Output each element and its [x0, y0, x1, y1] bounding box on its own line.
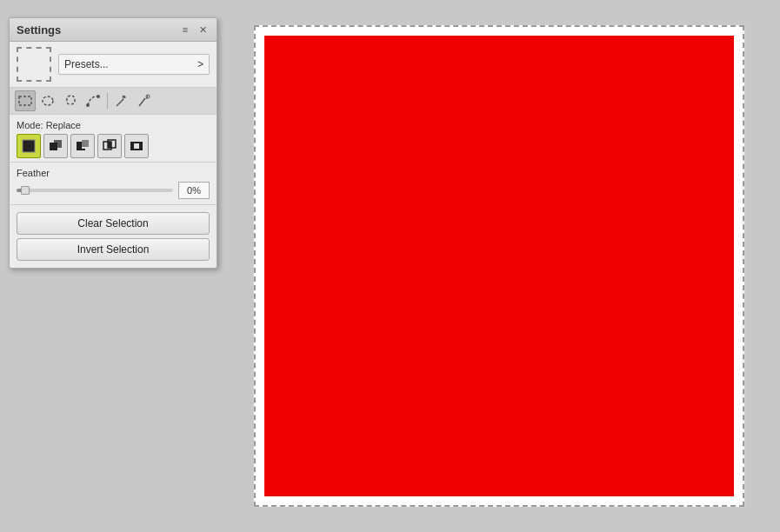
feather-controls: 0% — [17, 182, 210, 199]
subtool-path[interactable] — [83, 90, 103, 111]
svg-rect-12 — [23, 140, 35, 152]
presets-label: Presets... — [64, 58, 109, 70]
feather-label: Feather — [17, 168, 210, 178]
svg-rect-17 — [82, 140, 89, 147]
svg-line-9 — [139, 98, 145, 106]
canvas-area — [217, 0, 780, 532]
subtool-lasso[interactable] — [60, 90, 81, 111]
feather-slider-thumb[interactable] — [21, 186, 30, 195]
feather-value: 0% — [178, 182, 210, 199]
canvas-image[interactable] — [264, 36, 734, 496]
svg-rect-22 — [134, 143, 139, 149]
presets-arrow: > — [197, 58, 203, 70]
titlebar-close-icon[interactable]: ✕ — [196, 23, 210, 37]
feather-slider[interactable] — [17, 189, 173, 192]
svg-rect-14 — [54, 140, 62, 148]
mode-row: Mode: Replace — [10, 115, 217, 163]
presets-button[interactable]: Presets... > — [58, 54, 210, 75]
titlebar-icons: ≡ ✕ — [178, 23, 210, 37]
subtool-separator — [107, 93, 108, 109]
settings-panel: Settings ≡ ✕ Presets... > — [9, 17, 217, 269]
svg-point-3 — [97, 95, 100, 98]
clear-selection-button[interactable]: Clear Selection — [17, 212, 210, 235]
mode-buttons — [17, 134, 210, 158]
mode-label: Mode: Replace — [17, 120, 210, 130]
mode-add-btn[interactable] — [43, 134, 68, 158]
mode-intersect-btn[interactable] — [97, 134, 122, 158]
titlebar-doc-icon[interactable]: ≡ — [178, 23, 192, 37]
subtool-rect[interactable] — [15, 90, 36, 111]
feather-row: Feather 0% — [10, 163, 217, 205]
svg-rect-20 — [108, 142, 111, 148]
mode-invert-btn[interactable] — [124, 134, 149, 158]
mode-replace-btn[interactable] — [17, 134, 41, 158]
panel-title: Settings — [17, 23, 61, 37]
active-tool-icon[interactable] — [17, 47, 51, 82]
subtool-row — [10, 88, 217, 115]
tool-row: Presets... > — [10, 42, 217, 88]
subtool-color-select[interactable] — [134, 90, 155, 111]
action-buttons: Clear Selection Invert Selection — [10, 205, 217, 268]
svg-line-4 — [117, 99, 123, 106]
panel-titlebar: Settings ≡ ✕ — [10, 18, 217, 42]
mode-subtract-btn[interactable] — [70, 134, 95, 158]
svg-rect-0 — [19, 96, 31, 105]
subtool-magic-wand[interactable] — [111, 90, 132, 111]
subtool-ellipse[interactable] — [37, 90, 58, 111]
svg-point-2 — [86, 103, 90, 107]
canvas-container — [254, 25, 744, 507]
svg-point-1 — [43, 96, 53, 105]
invert-selection-button[interactable]: Invert Selection — [17, 238, 210, 261]
